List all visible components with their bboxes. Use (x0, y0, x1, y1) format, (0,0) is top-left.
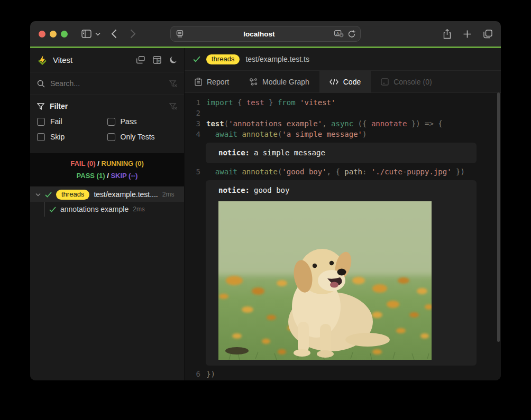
filter-checkbox-skip[interactable]: Skip (37, 133, 107, 141)
pool-badge: threads (56, 190, 89, 200)
tab-console[interactable]: Console (0) (371, 71, 442, 92)
code-text: import { test } from 'vitest' (206, 97, 335, 108)
share-icon[interactable] (443, 29, 451, 39)
pass-check-icon (193, 56, 200, 62)
address-text: localhost (184, 30, 334, 38)
clear-search-filter-icon[interactable] (169, 80, 177, 87)
code-line: 3test('annotations example', async ({ an… (190, 118, 501, 129)
code-icon (329, 79, 338, 85)
tree-chevron-icon[interactable] (35, 193, 41, 197)
code-line: 5 await annotate('good boy', { path: './… (190, 166, 501, 177)
dashboard-icon[interactable]: 31 (153, 56, 161, 64)
skip-count: SKIP (--) (111, 172, 138, 180)
file-header: threads test/example.test.ts (185, 48, 501, 71)
tab-code[interactable]: Code (319, 71, 371, 92)
back-icon[interactable] (111, 29, 117, 39)
code-line: 6}) (190, 369, 501, 379)
checkbox-icon (37, 133, 45, 141)
clipboard-icon (195, 78, 202, 86)
pass-check-icon (45, 192, 52, 198)
code-line: 2 (190, 108, 501, 118)
tab-overview-icon[interactable] (483, 30, 492, 39)
svg-text:★: ★ (340, 34, 343, 37)
filter-title: Filter (50, 102, 68, 110)
windows-icon[interactable] (136, 56, 145, 64)
test-file-name: test/example.test.... (94, 190, 158, 199)
zoom-window-button[interactable] (61, 31, 68, 38)
code-text: await annotate('a simple message') (206, 129, 367, 139)
code-line: 1import { test } from 'vitest' (190, 97, 501, 108)
test-duration: 2ms (162, 191, 175, 198)
code-area[interactable]: 1import { test } from 'vitest'23test('an… (185, 93, 501, 380)
search-row (30, 72, 184, 95)
line-number: 2 (190, 108, 200, 118)
translate-icon[interactable]: A★ (334, 30, 344, 38)
tab-report[interactable]: Report (185, 71, 239, 92)
minimize-window-button[interactable] (50, 31, 57, 38)
desktop-background: localhost A★ (0, 0, 531, 420)
filter-section: Filter Fail Pass (30, 95, 184, 148)
checkbox-icon (37, 118, 45, 126)
checkbox-icon (107, 118, 115, 126)
code-line: 4 await annotate('a simple message') (190, 129, 501, 139)
sidebar-header: Vitest 31 (30, 48, 184, 72)
page-settings-icon[interactable] (176, 30, 184, 38)
filter-checkbox-fail[interactable]: Fail (37, 117, 107, 126)
open-file-name: test/example.test.ts (245, 55, 309, 63)
pool-badge: threads (206, 54, 240, 64)
new-tab-icon[interactable] (463, 30, 471, 38)
app-title: Vitest (53, 55, 72, 64)
notice-label: notice: (218, 186, 250, 194)
tree-guide-line (44, 202, 45, 217)
tab-bar: Report Module Graph Code Console (0) (185, 71, 501, 93)
traffic-lights (39, 31, 68, 38)
puppy-image (218, 201, 432, 360)
status-line-1: FAIL (0) / RUNNING (0) (30, 157, 184, 170)
test-tree: threads test/example.test.... 2ms annota… (30, 187, 184, 217)
test-file-row[interactable]: threads test/example.test.... 2ms (30, 187, 184, 202)
code-text: await annotate('good boy', { path: './cu… (206, 166, 465, 177)
tab-module-graph[interactable]: Module Graph (239, 71, 319, 92)
annotation-notice: notice:a simple message (206, 143, 477, 163)
svg-text:A: A (336, 31, 340, 36)
close-window-button[interactable] (39, 31, 45, 38)
browser-window: localhost A★ (30, 21, 501, 380)
filter-checkbox-pass[interactable]: Pass (107, 117, 178, 126)
scrollbar-thumb[interactable] (497, 92, 500, 342)
dark-mode-icon[interactable] (169, 56, 177, 64)
test-status-summary: FAIL (0) / RUNNING (0) PASS (1) / SKIP (… (30, 153, 184, 186)
line-number: 5 (190, 166, 200, 177)
checkbox-icon (107, 133, 115, 141)
test-case-row[interactable]: annotations example 2ms (30, 202, 184, 217)
clear-filter-icon[interactable] (169, 103, 177, 110)
line-number: 4 (190, 129, 200, 139)
address-bar[interactable]: localhost A★ (170, 26, 361, 42)
line-number: 6 (190, 369, 200, 379)
pass-check-icon (49, 207, 56, 212)
browser-toolbar: localhost A★ (30, 21, 501, 46)
fail-count: FAIL (0) (70, 160, 95, 167)
line-number: 1 (190, 97, 200, 108)
forward-icon[interactable] (130, 29, 136, 39)
search-input[interactable] (50, 79, 164, 88)
vitest-logo-icon (37, 55, 48, 66)
sidebar-toggle-icon[interactable] (81, 30, 91, 38)
notice-message: a simple message (254, 148, 325, 157)
test-case-name: annotations example (60, 205, 129, 213)
code-text: }) (206, 369, 215, 379)
chevron-down-icon[interactable] (95, 32, 100, 36)
notice-label: notice: (218, 148, 250, 157)
svg-text:31: 31 (158, 60, 161, 63)
sidebar: Vitest 31 (30, 48, 185, 380)
module-graph-icon (249, 78, 258, 86)
filter-options: Fail Pass Skip Only Tests (37, 117, 177, 141)
line-number: 3 (190, 118, 200, 129)
notice-message: good boy (254, 186, 289, 194)
running-count: RUNNING (0) (102, 160, 144, 167)
status-line-2: PASS (1) / SKIP (--) (30, 170, 184, 182)
annotation-notice: notice:good boy (206, 180, 477, 366)
pass-count: PASS (1) (77, 172, 105, 180)
reload-icon[interactable] (348, 30, 355, 38)
main-panel: threads test/example.test.ts Report Modu… (185, 48, 501, 380)
filter-checkbox-only-tests[interactable]: Only Tests (107, 133, 178, 141)
